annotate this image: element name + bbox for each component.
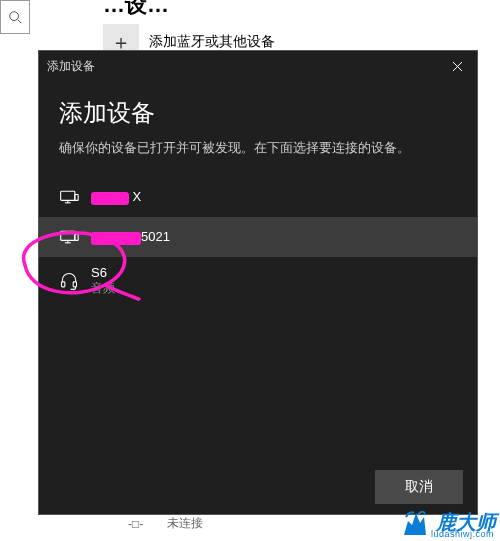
watermark: 鹿大师 ludashiwj.com [398,507,496,537]
watermark-url: ludashiwj.com [431,529,494,539]
close-icon [452,61,463,72]
dialog-subtitle: 确保你的设备已打开并可被发现。在下面选择要连接的设备。 [59,139,457,157]
add-device-dialog: 添加设备 添加设备 确保你的设备已打开并可被发现。在下面选择要连接的设备。 X [38,50,478,515]
svg-rect-8 [61,231,75,240]
svg-rect-4 [61,191,75,200]
watermark-icon [398,507,430,537]
device-subtitle: 音频 [91,280,115,297]
cancel-button[interactable]: 取消 [375,470,463,504]
device-list: X 5021 S6 音频 [39,177,477,305]
svg-point-0 [10,12,19,21]
display-icon [59,187,79,207]
dialog-titlebar: 添加设备 [39,51,477,81]
status-row: -□- 未连接 [128,515,203,532]
search-box[interactable] [0,0,30,34]
svg-rect-12 [62,282,65,287]
svg-rect-7 [75,195,78,201]
svg-rect-13 [73,282,76,287]
device-name: 5021 [91,229,170,244]
device-name: X [91,189,141,204]
add-device-label: 添加蓝牙或其他设备 [149,33,275,51]
headset-icon [59,271,79,291]
device-item[interactable]: X [39,177,477,217]
status-text: 未连接 [167,515,203,532]
page-heading: …设… [103,0,169,20]
svg-rect-11 [75,235,78,241]
device-item-s6[interactable]: S6 音频 [39,257,477,305]
close-button[interactable] [437,51,477,81]
status-dash: -□- [128,517,143,531]
device-item[interactable]: 5021 [39,217,477,257]
display-icon [59,227,79,247]
search-icon [8,10,22,24]
svg-line-1 [18,20,22,24]
dialog-heading: 添加设备 [59,97,457,129]
device-name: S6 [91,265,115,280]
dialog-titlebar-text: 添加设备 [47,58,95,75]
